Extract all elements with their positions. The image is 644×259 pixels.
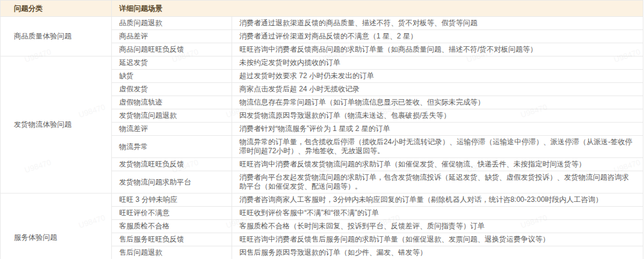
table-header-row: 问题分类 详细问题场景 [1, 1, 643, 17]
scenario-desc-cell: 因售后服务原因导致退款的订单（如少件、漏发、错发等） [232, 246, 643, 259]
scenario-desc-cell: 消费者针对“物流服务”评价为 1 星或 2 星的订单 [232, 123, 643, 136]
scenario-desc-cell: 旺旺咨询中消费者反馈商品问题的求助订单量（如商品质量问题、描述不符/货不对板问题… [232, 43, 643, 56]
header-scenario: 详细问题场景 [112, 1, 643, 17]
scenario-name-cell: 发货物流问题求助平台 [112, 171, 232, 193]
scenario-name-cell: 售后问题退款 [112, 246, 232, 259]
scenario-name-cell: 物流差评 [112, 123, 232, 136]
scenario-name-cell: 商品差评 [112, 30, 232, 43]
scenario-name-cell: 物流异常 [112, 136, 232, 158]
scenario-desc-cell: 物流信息存在异常问题订单（如订单物流信息显示已签收、但实际未完成等） [232, 96, 643, 109]
category-cell: 发货物流体验问题 [1, 56, 112, 193]
scenario-desc-cell: 未按约定发货时效内揽收的订单 [232, 56, 643, 70]
scenario-desc-cell: 商家点击发货后超 24 小时无揽收记录 [232, 83, 643, 96]
category-cell: 商品质量体验问题 [1, 17, 112, 56]
scenario-name-cell: 虚假发货 [112, 83, 232, 96]
scenario-name-cell: 售后服务旺旺负反馈 [112, 233, 232, 246]
scenario-name-cell: 品质问题退款 [112, 17, 232, 30]
scenario-desc-cell: 客服质检不合格（长时间未回复、投诉到平台、反馈差评、质问指责等）订单 [232, 220, 643, 233]
scenario-name-cell: 旺旺 3 分钟未响应 [112, 193, 232, 207]
scenario-desc-cell: 旺旺咨询中消费者反馈售后服务问题的求助订单量（如催促退款、发票问题、退换货运费争… [232, 233, 643, 246]
scenario-desc-cell: 因发货物流原因导致退款的订单（物流未送达、包裹破损/丢失等） [232, 109, 643, 123]
scenario-name-cell: 发货物流旺旺负反馈 [112, 158, 232, 171]
scenario-name-cell: 虚假物流轨迹 [112, 96, 232, 109]
scenario-desc-cell: 消费者咨询商家人工客服时，3分钟内未响应回复的订单量（剔除机器人对话，统计咨8:… [232, 193, 643, 207]
header-category: 问题分类 [1, 1, 112, 17]
table-body: 商品质量体验问题品质问题退款消费者通过退款渠道反馈的商品质量、描述不符、货不对板… [1, 17, 643, 259]
scenario-desc-cell: 物流异常的订单量，包含揽收后停滞（揽收后24小时无流转记录）、运输停滞（运输途中… [232, 136, 643, 158]
issue-category-table: 问题分类 详细问题场景 商品质量体验问题品质问题退款消费者通过退款渠道反馈的商品… [0, 0, 643, 259]
scenario-name-cell: 延迟发货 [112, 56, 232, 70]
category-cell: 服务体验问题 [1, 193, 112, 259]
page: 问题分类 详细问题场景 商品质量体验问题品质问题退款消费者通过退款渠道反馈的商品… [0, 0, 644, 259]
scenario-desc-cell: 消费者通过评价渠道对商品反馈的不满意（1 星、2 星） [232, 30, 643, 43]
scenario-desc-cell: 超过发货时效要求 72 小时仍未发出的订单 [232, 70, 643, 83]
scenario-desc-cell: 旺旺收到评价客服中“不满”和“很不满”的订单 [232, 207, 643, 220]
scenario-name-cell: 客服质检不合格 [112, 220, 232, 233]
table-row: 发货物流体验问题延迟发货未按约定发货时效内揽收的订单 [1, 56, 643, 70]
scenario-name-cell: 发货物流问题退款 [112, 109, 232, 123]
table-row: 商品质量体验问题品质问题退款消费者通过退款渠道反馈的商品质量、描述不符、货不对板… [1, 17, 643, 30]
scenario-name-cell: 商品问题旺旺负反馈 [112, 43, 232, 56]
scenario-name-cell: 缺货 [112, 70, 232, 83]
scenario-desc-cell: 旺旺咨询中消费者反馈发货物流问题的求助订单（如催促发货、催促物流、快递丢件、未按… [232, 158, 643, 171]
scenario-name-cell: 旺旺评价不满意 [112, 207, 232, 220]
table-row: 服务体验问题旺旺 3 分钟未响应消费者咨询商家人工客服时，3分钟内未响应回复的订… [1, 193, 643, 207]
scenario-desc-cell: 消费者向平台发起发货物流问题的求助订单，包含发货物流投诉（延迟发货、缺货、虚假发… [232, 171, 643, 193]
scenario-desc-cell: 消费者通过退款渠道反馈的商品质量、描述不符、货不对板等、假货等问题 [232, 17, 643, 30]
